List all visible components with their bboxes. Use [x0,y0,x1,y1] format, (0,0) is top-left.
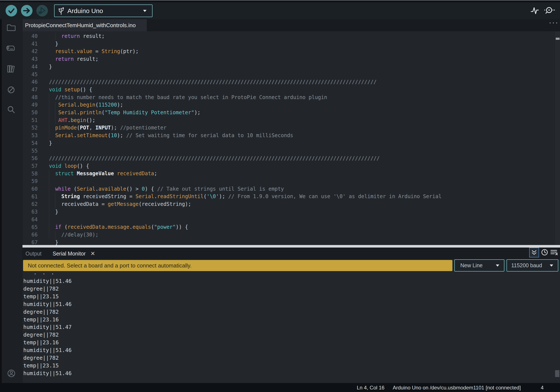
timestamp-toggle-button[interactable] [541,248,549,256]
line-number-gutter: 4041424344454647484950515253545556575859… [22,32,38,245]
serial-line: degree||782 [23,308,72,316]
verify-button[interactable] [6,5,17,17]
code-line: void loop() { [49,162,441,170]
code-line: pinMode(POT, INPUT); //potentiometer [49,124,441,132]
line-number: 54 [22,140,38,147]
editor-scrollbar-thumb[interactable] [556,38,560,40]
panel-resize-handle[interactable] [22,245,560,248]
window-left-edge [0,19,2,383]
code-line: return result; [49,55,441,63]
chevron-down-icon [143,10,147,12]
upload-button[interactable] [21,5,32,17]
board-connection-status[interactable]: Arduino Uno on /dev/cu.usbmodem1101 [not… [393,385,521,391]
notification-count: 4 [541,385,543,391]
line-number: 60 [22,185,38,193]
code-line: Serial.begin(115200); [49,101,441,109]
serial-scrollbar-thumb[interactable] [555,370,559,377]
code-line: while (Serial.available() > 0) { // Take… [49,185,441,193]
serial-partial-line: · · · [34,271,55,277]
line-number: 61 [22,193,38,201]
line-number: 40 [22,32,38,40]
tab-serial-monitor[interactable]: Serial Monitor [51,248,87,259]
autoscroll-toggle-button[interactable] [529,248,539,257]
line-number: 67 [22,239,38,245]
search-icon [6,105,16,114]
serial-line: degree||782 [23,331,72,339]
line-number: 53 [22,132,38,140]
editor-scrollbar[interactable] [555,31,560,245]
line-number: 55 [22,147,38,155]
not-connected-banner: Not connected. Select a board and a port… [23,260,452,271]
code-line: struct MessageValue receivedData; [49,170,441,178]
serial-line: temp||23.16 [23,339,72,346]
baud-rate-dropdown[interactable]: 115200 baud [507,259,558,271]
code-line: Serial.setTimeout(10); // Set waiting ti… [49,132,441,140]
line-number: 50 [22,109,38,117]
library-books-icon [6,64,16,74]
baud-rate-value: 115200 baud [511,262,542,269]
serial-output-area[interactable]: · · · humidity||51.46degree||782temp||23… [22,271,560,383]
sidebar-item-search[interactable] [6,105,16,114]
code-line: result.value = String(ptr); [49,48,441,55]
line-number: 64 [22,216,38,224]
serial-monitor-button[interactable] [543,6,555,17]
code-line: receivedData = getMessage(receivedString… [49,201,441,208]
clear-output-button[interactable] [550,248,558,256]
debug-button[interactable] [36,5,48,17]
code-line [49,147,441,155]
line-number: 47 [22,86,38,94]
code-line: //delay(30); [49,231,441,239]
serial-line: humidity||51.47 [23,323,72,331]
arrow-right-icon [21,5,32,17]
sidebar-item-boards-manager[interactable] [6,43,16,53]
plotter-icon [530,6,539,15]
line-number: 56 [22,155,38,162]
code-line [49,70,441,78]
serial-plotter-button[interactable] [530,6,539,16]
serial-line: humidity||51.46 [23,301,72,308]
serial-monitor-panel: Not connected. Select a board and a port… [22,259,560,383]
sidebar-item-library-manager[interactable] [6,64,16,74]
code-editor[interactable]: 4041424344454647484950515253545556575859… [22,31,560,245]
clear-output-icon [550,248,558,256]
line-number: 42 [22,48,38,55]
sidebar-item-sketchbook[interactable] [6,22,16,32]
clock-icon [541,248,549,256]
serial-line: degree||782 [23,285,72,293]
more-actions-button[interactable]: ··· [548,18,560,27]
cursor-position: Ln 4, Col 16 [357,385,384,391]
board-selector[interactable]: Arduino Uno [54,4,152,17]
code-line: } [49,239,441,245]
folder-icon [6,22,16,32]
tab-output[interactable]: Output [24,248,43,259]
code-line: if (receivedData.message.equals("power")… [49,223,441,231]
line-number: 52 [22,124,38,132]
chevron-down-icon [496,264,499,267]
line-number: 63 [22,208,38,216]
line-number: 58 [22,170,38,178]
line-ending-dropdown[interactable]: New Line [454,259,504,271]
code-line: void setup() { [49,86,441,94]
serial-line: humidity||51.46 [23,277,72,285]
account-button[interactable] [6,368,17,379]
code-line: } [49,140,441,147]
line-number: 41 [22,40,38,48]
close-serial-monitor-button[interactable]: ✕ [89,250,97,257]
account-icon [6,368,17,379]
code-line: ////////////////////////////////////////… [49,155,441,162]
banner-text: Not connected. Select a board and a port… [28,262,192,269]
line-number: 48 [22,94,38,101]
code-content: return result; } result.value = String(p… [49,32,441,245]
code-line: } [49,40,441,48]
line-number: 57 [22,162,38,170]
code-line: //this number needs to match the baud ra… [49,94,441,101]
sidebar-item-debug[interactable] [6,85,16,95]
code-line: Serial.println("Temp Humidity Potentiome… [49,109,441,117]
arduino-ide-window: Arduino Uno ProtopieConnectTemHumid_with… [0,0,560,392]
line-number: 45 [22,71,38,79]
tab-active-sketch[interactable]: ProtopieConnectTemHumid_withControls.ino [22,19,147,31]
bug-debug-icon [36,5,48,17]
code-line [49,178,441,185]
serial-line: humidity||51.46 [23,346,72,354]
line-number: 66 [22,231,38,239]
